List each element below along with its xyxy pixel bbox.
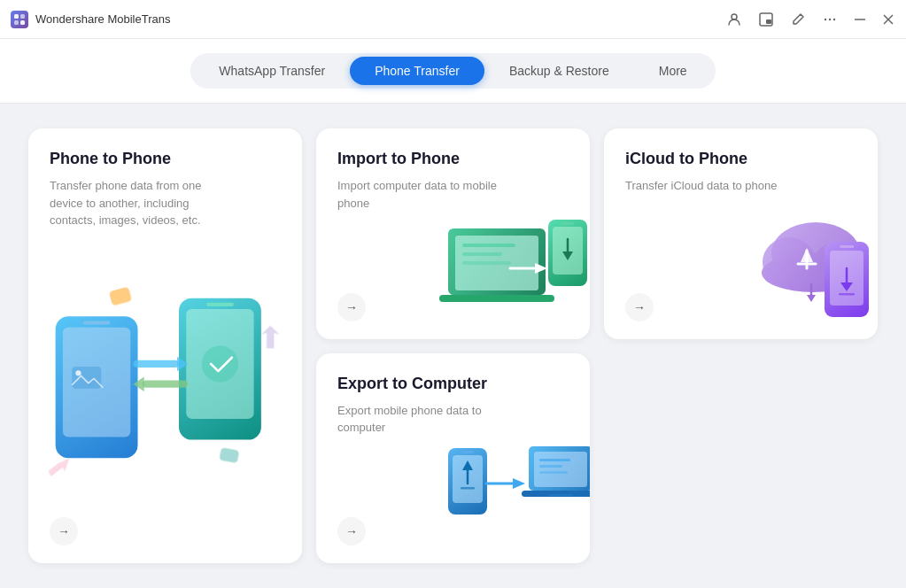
svg-rect-61 <box>539 465 562 468</box>
app-icon <box>11 11 28 28</box>
card-icloud-to-phone[interactable]: iCloud to Phone Transfer iCloud data to … <box>604 128 878 339</box>
svg-rect-6 <box>766 19 771 24</box>
card-import-title: Import to Phone <box>337 150 569 168</box>
svg-rect-51 <box>839 293 855 296</box>
main-content: Phone to Phone Transfer phone data from … <box>0 104 906 588</box>
tab-more[interactable]: More <box>634 57 712 85</box>
icloud-illustration <box>740 215 878 330</box>
card-import-desc: Import computer data to mobile phone <box>337 177 497 212</box>
card-phone-to-phone-title: Phone to Phone <box>50 150 281 168</box>
svg-point-21 <box>202 345 238 382</box>
card-import-to-phone[interactable]: Import to Phone Import computer data to … <box>316 128 590 339</box>
svg-marker-29 <box>48 458 69 476</box>
tab-phone[interactable]: Phone Transfer <box>350 57 484 85</box>
svg-rect-26 <box>109 287 132 306</box>
card-icloud-title: iCloud to Phone <box>625 150 856 168</box>
tab-whatsapp[interactable]: WhatsApp Transfer <box>194 57 350 85</box>
pip-button[interactable] <box>757 11 775 28</box>
phone-to-phone-illustration <box>37 280 293 510</box>
card-phone-to-phone-desc: Transfer phone data from one device to a… <box>50 177 209 229</box>
svg-rect-34 <box>462 261 511 265</box>
svg-rect-2 <box>14 20 19 25</box>
card-export-to-computer[interactable]: Export to Computer Export mobile phone d… <box>316 353 590 564</box>
svg-point-7 <box>825 18 826 19</box>
menu-button[interactable] <box>821 11 839 28</box>
svg-marker-28 <box>261 326 280 349</box>
svg-rect-49 <box>840 245 854 248</box>
svg-rect-0 <box>14 14 19 19</box>
svg-rect-3 <box>20 20 25 25</box>
titlebar-controls <box>725 11 895 28</box>
app-title: Wondershare MobileTrans <box>35 12 170 26</box>
svg-rect-60 <box>539 459 570 461</box>
svg-rect-15 <box>83 321 111 324</box>
svg-rect-33 <box>462 252 502 256</box>
nav-area: WhatsApp Transfer Phone Transfer Backup … <box>0 39 906 104</box>
svg-marker-46 <box>807 295 816 302</box>
export-illustration <box>444 439 590 554</box>
card-phone-to-phone-arrow[interactable]: → <box>50 517 78 545</box>
svg-point-4 <box>732 14 737 19</box>
profile-button[interactable] <box>725 11 743 28</box>
svg-rect-16 <box>72 367 101 389</box>
svg-rect-62 <box>539 471 568 474</box>
svg-rect-54 <box>461 451 474 453</box>
card-import-arrow[interactable]: → <box>337 293 366 321</box>
svg-rect-64 <box>548 494 573 496</box>
edit-button[interactable] <box>789 11 807 28</box>
svg-rect-39 <box>561 222 574 225</box>
nav-tabs: WhatsApp Transfer Phone Transfer Backup … <box>190 53 715 89</box>
cards-grid: Phone to Phone Transfer phone data from … <box>28 128 878 563</box>
titlebar-left: Wondershare MobileTrans <box>11 11 170 28</box>
titlebar: Wondershare MobileTrans <box>0 0 906 39</box>
svg-rect-59 <box>534 452 587 487</box>
svg-rect-20 <box>206 303 234 306</box>
svg-rect-24 <box>143 381 189 388</box>
svg-rect-35 <box>439 295 554 302</box>
card-export-title: Export to Computer <box>337 375 569 393</box>
card-phone-to-phone[interactable]: Phone to Phone Transfer phone data from … <box>28 128 302 563</box>
svg-rect-32 <box>462 244 515 247</box>
card-icloud-arrow[interactable]: → <box>625 293 654 321</box>
svg-rect-1 <box>20 14 25 19</box>
close-button[interactable] <box>881 12 895 27</box>
svg-point-17 <box>75 370 81 375</box>
svg-point-9 <box>833 18 835 19</box>
card-export-desc: Export mobile phone data to computer <box>337 402 497 437</box>
card-icloud-desc: Transfer iCloud data to phone <box>625 177 785 195</box>
svg-rect-27 <box>219 447 239 463</box>
svg-marker-57 <box>513 478 525 489</box>
card-export-arrow[interactable]: → <box>337 517 366 545</box>
import-illustration <box>435 215 590 330</box>
svg-point-8 <box>829 18 831 19</box>
minimize-button[interactable] <box>853 17 867 22</box>
svg-rect-56 <box>461 487 475 490</box>
svg-rect-22 <box>133 360 179 368</box>
tab-backup[interactable]: Backup & Restore <box>484 57 634 85</box>
